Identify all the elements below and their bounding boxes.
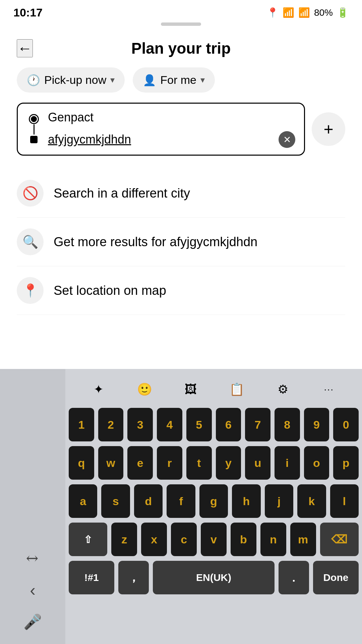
number-row: 1 2 3 4 5 6 7 8 9 0 <box>69 408 359 441</box>
key-v[interactable]: v <box>201 523 227 556</box>
key-7[interactable]: 7 <box>245 408 270 441</box>
translate-btn[interactable]: 🖼 <box>176 378 206 401</box>
set-on-map-text: Set location on map <box>54 283 166 298</box>
status-time: 10:17 <box>13 6 43 19</box>
key-9[interactable]: 9 <box>304 408 329 441</box>
route-line <box>34 124 35 135</box>
asdf-row: a s d f g h j k l <box>69 484 359 518</box>
key-q[interactable]: q <box>69 446 94 480</box>
signal-icon: 📶 <box>298 7 310 18</box>
key-p[interactable]: p <box>333 446 359 480</box>
key-j[interactable]: j <box>265 484 293 518</box>
key-1[interactable]: 1 <box>69 408 94 441</box>
key-t[interactable]: t <box>186 446 212 480</box>
search-box: Genpact afyjgycmkjdhdn ✕ <box>17 103 305 156</box>
back-chevron-icon[interactable]: ‹ <box>30 580 36 600</box>
clipboard-btn[interactable]: 📋 <box>222 378 252 401</box>
key-y[interactable]: y <box>216 446 241 480</box>
search-icon: 🔍 <box>17 228 44 255</box>
key-i[interactable]: i <box>275 446 300 480</box>
key-g[interactable]: g <box>199 484 228 518</box>
page-title: Plan your trip <box>131 39 231 57</box>
back-button[interactable]: ← <box>17 39 33 57</box>
key-k[interactable]: k <box>297 484 326 518</box>
add-stop-button[interactable]: + <box>312 112 345 146</box>
key-a[interactable]: a <box>69 484 97 518</box>
key-c[interactable]: c <box>171 523 197 556</box>
shift-key[interactable]: ⇧ <box>69 523 107 556</box>
key-d[interactable]: d <box>134 484 163 518</box>
more-results-text: Get more results for afyjgycmkjdhdn <box>54 235 257 249</box>
battery-icon: 🔋 <box>337 7 349 18</box>
mic-bottom-icon[interactable]: 🎤 <box>23 613 42 631</box>
for-me-filter-button[interactable]: 👤 For me ▾ <box>133 67 215 93</box>
key-2[interactable]: 2 <box>98 408 124 441</box>
wifi-icon: 📶 <box>283 7 294 18</box>
map-pin-icon: 📍 <box>17 277 44 304</box>
origin-row: Genpact afyjgycmkjdhdn ✕ <box>26 110 295 148</box>
key-6[interactable]: 6 <box>216 408 241 441</box>
key-h[interactable]: h <box>232 484 260 518</box>
dest-square <box>30 136 38 143</box>
drag-handle <box>161 22 201 26</box>
suggestion-more-results[interactable]: 🔍 Get more results for afyjgycmkjdhdn <box>17 218 345 266</box>
for-me-label: For me <box>160 73 196 87</box>
key-l[interactable]: l <box>330 484 359 518</box>
key-m[interactable]: m <box>290 523 316 556</box>
kb-toolbar: ✦ 🙂 🖼 📋 ⚙ ··· <box>69 374 359 408</box>
space-key[interactable]: EN(UK) <box>153 561 275 594</box>
key-n[interactable]: n <box>260 523 286 556</box>
suggestions-list: 🚫 Search in a different city 🔍 Get more … <box>0 166 362 315</box>
key-o[interactable]: o <box>304 446 329 480</box>
period-key[interactable]: . <box>279 561 309 594</box>
keyboard-main: ✦ 🙂 🖼 📋 ⚙ ··· 1 2 3 4 5 6 7 8 9 0 q w e … <box>65 369 362 602</box>
done-key[interactable]: Done <box>313 561 359 594</box>
pickup-chevron-icon: ▾ <box>110 75 115 85</box>
more-btn[interactable]: ··· <box>314 378 344 401</box>
comma-key[interactable]: ， <box>118 561 149 594</box>
key-z[interactable]: z <box>111 523 137 556</box>
status-icons: 📍 📶 📶 80% 🔋 <box>267 7 349 18</box>
expand-icon[interactable]: ⤢ <box>22 548 43 569</box>
origin-text[interactable]: Genpact <box>48 110 295 124</box>
emoji-btn[interactable]: 🙂 <box>129 378 160 401</box>
keyboard-area: ⤢ ‹ 🎤 ✦ 🙂 🖼 📋 ⚙ ··· 1 2 3 4 5 6 7 8 9 0 <box>0 369 362 644</box>
key-s[interactable]: s <box>101 484 130 518</box>
sparkles-btn[interactable]: ✦ <box>83 378 114 401</box>
suggestion-set-on-map[interactable]: 📍 Set location on map <box>17 266 345 315</box>
key-4[interactable]: 4 <box>157 408 182 441</box>
symbols-key[interactable]: !#1 <box>69 561 114 594</box>
different-city-text: Search in a different city <box>54 186 190 201</box>
search-box-container: Genpact afyjgycmkjdhdn ✕ + <box>0 103 362 166</box>
suggestion-different-city[interactable]: 🚫 Search in a different city <box>17 169 345 218</box>
key-3[interactable]: 3 <box>127 408 153 441</box>
person-icon: 👤 <box>143 74 156 87</box>
filter-row: 🕐 Pick-up now ▾ 👤 For me ▾ <box>0 67 362 103</box>
key-x[interactable]: x <box>141 523 167 556</box>
settings-kb-btn[interactable]: ⚙ <box>268 378 298 401</box>
route-icon <box>26 115 41 143</box>
key-0[interactable]: 0 <box>333 408 359 441</box>
key-f[interactable]: f <box>167 484 195 518</box>
destination-text[interactable]: afyjgycmkjdhdn <box>48 132 131 147</box>
clear-button[interactable]: ✕ <box>279 131 295 148</box>
key-e[interactable]: e <box>127 446 153 480</box>
key-w[interactable]: w <box>98 446 124 480</box>
pickup-filter-button[interactable]: 🕐 Pick-up now ▾ <box>17 67 125 93</box>
key-u[interactable]: u <box>245 446 270 480</box>
key-8[interactable]: 8 <box>275 408 300 441</box>
key-b[interactable]: b <box>231 523 256 556</box>
zxcv-row: ⇧ z x c v b n m ⌫ <box>69 523 359 556</box>
qwerty-row: q w e r t y u i o p <box>69 446 359 480</box>
location-icon: 📍 <box>267 7 279 18</box>
backspace-key[interactable]: ⌫ <box>320 523 359 556</box>
different-city-icon: 🚫 <box>17 180 44 207</box>
battery-level: 80% <box>314 7 333 18</box>
for-me-chevron-icon: ▾ <box>200 75 205 85</box>
key-r[interactable]: r <box>157 446 182 480</box>
key-5[interactable]: 5 <box>186 408 212 441</box>
destination-row: afyjgycmkjdhdn ✕ <box>48 131 295 148</box>
keyboard-left-panel: ⤢ ‹ 🎤 <box>0 369 65 644</box>
pickup-label: Pick-up now <box>44 73 106 87</box>
clock-icon: 🕐 <box>27 74 40 87</box>
